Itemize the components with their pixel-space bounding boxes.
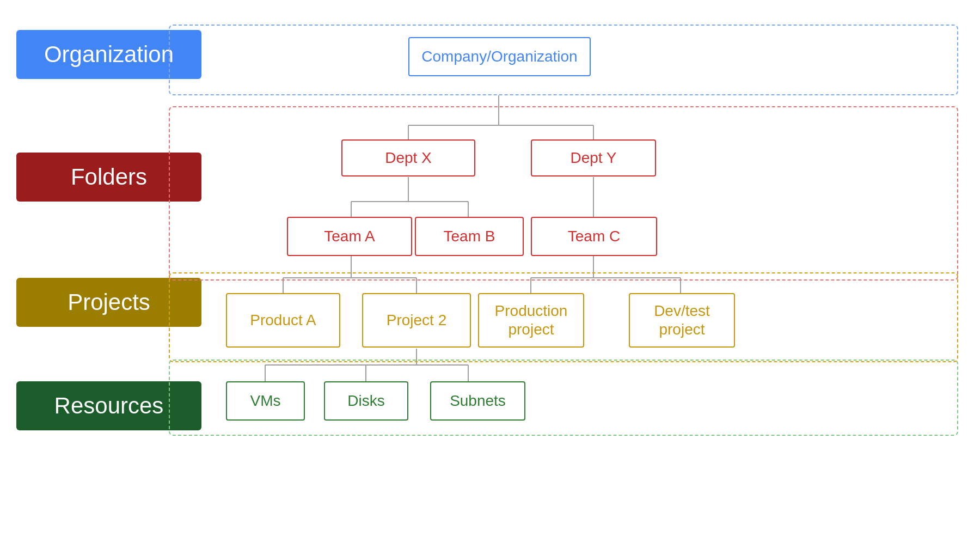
node-production-project: Production project [478, 293, 584, 348]
node-dept-y: Dept Y [531, 139, 656, 176]
node-project-2: Project 2 [362, 293, 471, 348]
node-team-a: Team A [287, 217, 412, 256]
node-team-b: Team B [415, 217, 524, 256]
node-disks: Disks [324, 381, 408, 421]
node-company: Company/Organization [408, 37, 591, 76]
node-vms: VMs [226, 381, 305, 421]
node-dept-x: Dept X [341, 139, 475, 176]
node-product-a: Product A [226, 293, 340, 348]
node-dev-test-project: Dev/test project [629, 293, 735, 348]
node-subnets: Subnets [430, 381, 525, 421]
node-team-c: Team C [531, 217, 657, 256]
